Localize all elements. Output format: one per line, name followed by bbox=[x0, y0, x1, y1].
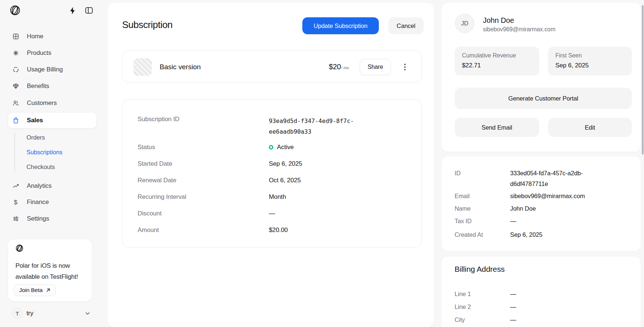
stat-first-seen: First Seen Sep 6, 2025 bbox=[548, 47, 632, 75]
polar-logo-small bbox=[15, 244, 85, 252]
update-subscription-button[interactable]: Update Subscription bbox=[302, 17, 379, 34]
detail-row: Status Active bbox=[138, 142, 407, 152]
sidebar-item-label: Home bbox=[27, 33, 43, 40]
detail-row: Started Date Sep 6, 2025 bbox=[138, 159, 407, 169]
account-name: try bbox=[26, 310, 33, 317]
sidebar-item-customers[interactable]: Customers bbox=[8, 97, 96, 109]
info-value: sibebov969@mirarmax.com bbox=[510, 193, 585, 200]
info-row: Created At Sep 6, 2025 bbox=[455, 229, 632, 240]
stat-label: First Seen bbox=[555, 52, 625, 59]
promo-text: Polar for iOS is now available on TestFl… bbox=[15, 260, 85, 282]
detail-label: Renewal Date bbox=[138, 177, 269, 184]
info-row: Email sibebov969@mirarmax.com bbox=[455, 191, 632, 201]
info-row: Name John Doe bbox=[455, 203, 632, 214]
status-badge: Active bbox=[269, 144, 294, 151]
sidebar-item-checkouts[interactable]: Checkouts bbox=[26, 161, 55, 172]
kebab-menu-icon[interactable] bbox=[401, 59, 409, 75]
sidebar-item-home[interactable]: Home bbox=[8, 31, 96, 42]
sidebar-item-finance[interactable]: $ Finance bbox=[8, 196, 96, 208]
detail-value: Month bbox=[269, 193, 286, 201]
billing-row: Line 1 — bbox=[455, 289, 632, 299]
detail-value: — bbox=[269, 210, 275, 217]
join-beta-label: Join Beta bbox=[19, 287, 43, 293]
product-thumbnail bbox=[134, 58, 152, 76]
billing-row: Line 2 — bbox=[455, 302, 632, 312]
share-button[interactable]: Share bbox=[360, 59, 391, 75]
subscription-detail-panel: Subscription Update Subscription Cancel … bbox=[108, 3, 434, 327]
scrollbar[interactable] bbox=[642, 5, 644, 155]
detail-value: $20.00 bbox=[269, 226, 288, 234]
polar-logo[interactable] bbox=[10, 5, 21, 16]
sidebar-item-label: Products bbox=[27, 49, 51, 57]
edit-button[interactable]: Edit bbox=[548, 118, 632, 137]
sidebar-item-usage-billing[interactable]: Usage Billing bbox=[8, 64, 96, 75]
info-label: Email bbox=[455, 193, 510, 200]
customers-icon bbox=[12, 100, 19, 107]
detail-row: Recurring Interval Month bbox=[138, 192, 407, 202]
price-interval: / mo bbox=[341, 66, 349, 70]
billing-label: Line 1 bbox=[455, 291, 510, 298]
customer-email: sibebov969@mirarmax.com bbox=[483, 26, 555, 33]
info-value: — bbox=[510, 218, 516, 225]
billing-row: City — bbox=[455, 314, 632, 325]
detail-label: Amount bbox=[138, 226, 269, 234]
cancel-button[interactable]: Cancel bbox=[388, 17, 424, 34]
subscription-id-value: 93ea9d5d-f347-4ed9-8f7c-ee6aadb90a33 bbox=[269, 116, 359, 137]
billing-address-card: Billing Address Line 1 — Line 2 — City — bbox=[441, 257, 641, 327]
billing-label: Line 2 bbox=[455, 303, 510, 310]
sidebar-item-label: Finance bbox=[27, 198, 49, 206]
stat-value: $22.71 bbox=[462, 62, 532, 69]
account-avatar: T bbox=[12, 308, 23, 319]
product-card: Basic version $20 / mo Share bbox=[122, 50, 422, 83]
sidebar-item-subscriptions[interactable]: Subscriptions bbox=[26, 147, 63, 158]
product-price: $20 / mo bbox=[329, 63, 349, 71]
info-label: ID bbox=[455, 168, 510, 179]
arrow-up-right-icon bbox=[46, 288, 50, 292]
account-switcher[interactable]: T try bbox=[12, 307, 96, 320]
generate-customer-portal-button[interactable]: Generate Customer Portal bbox=[455, 88, 632, 109]
stat-label: Cumulative Revenue bbox=[462, 52, 532, 59]
sidebar-item-products[interactable]: Products bbox=[8, 47, 96, 59]
benefits-icon bbox=[12, 83, 19, 90]
info-value: Sep 6, 2025 bbox=[510, 231, 542, 238]
products-icon bbox=[12, 50, 19, 57]
home-icon bbox=[12, 33, 19, 40]
page-title: Subscription bbox=[122, 19, 172, 31]
ios-promo-banner: Polar for iOS is now available on TestFl… bbox=[8, 239, 92, 301]
status-text: Active bbox=[277, 144, 294, 151]
detail-value: Sep 6, 2025 bbox=[269, 160, 302, 168]
sidebar-item-label: Benefits bbox=[27, 82, 49, 90]
subscription-details-card: Subscription ID 93ea9d5d-f347-4ed9-8f7c-… bbox=[122, 99, 422, 247]
info-row: Tax ID — bbox=[455, 216, 632, 226]
sidebar-item-settings[interactable]: Settings bbox=[8, 213, 96, 225]
sidebar-item-label: Sales bbox=[27, 117, 43, 124]
finance-icon: $ bbox=[12, 199, 19, 206]
sidebar: Home Products Usage Billing Benefits bbox=[0, 0, 108, 327]
info-value: John Doe bbox=[510, 205, 536, 212]
join-beta-button[interactable]: Join Beta bbox=[14, 284, 56, 296]
sidebar-item-label: Usage Billing bbox=[27, 66, 63, 73]
detail-row: Subscription ID 93ea9d5d-f347-4ed9-8f7c-… bbox=[138, 116, 407, 137]
stat-value: Sep 6, 2025 bbox=[555, 62, 625, 69]
detail-row: Renewal Date Oct 6, 2025 bbox=[138, 175, 407, 186]
detail-label: Recurring Interval bbox=[138, 193, 269, 201]
billing-value: — bbox=[510, 291, 516, 298]
lightning-icon[interactable] bbox=[69, 7, 76, 15]
sidebar-item-analytics[interactable]: Analytics bbox=[8, 180, 96, 192]
sales-submenu-line bbox=[14, 133, 15, 172]
detail-label: Discount bbox=[138, 210, 269, 217]
detail-row: Discount — bbox=[138, 208, 407, 219]
detail-label: Subscription ID bbox=[138, 116, 269, 123]
chevron-down-icon bbox=[85, 310, 90, 316]
billing-address-title: Billing Address bbox=[455, 265, 632, 274]
sidebar-item-orders[interactable]: Orders bbox=[26, 132, 45, 143]
detail-label: Status bbox=[138, 144, 269, 151]
sidebar-subitem-label: Orders bbox=[26, 134, 45, 141]
sales-icon bbox=[12, 117, 19, 124]
send-email-button[interactable]: Send Email bbox=[455, 118, 539, 137]
sidebar-item-sales[interactable]: Sales bbox=[8, 113, 96, 128]
sidebar-item-benefits[interactable]: Benefits bbox=[8, 80, 96, 92]
sidebar-toggle-icon[interactable] bbox=[85, 7, 93, 14]
info-label: Name bbox=[455, 205, 510, 212]
settings-icon bbox=[12, 215, 19, 222]
